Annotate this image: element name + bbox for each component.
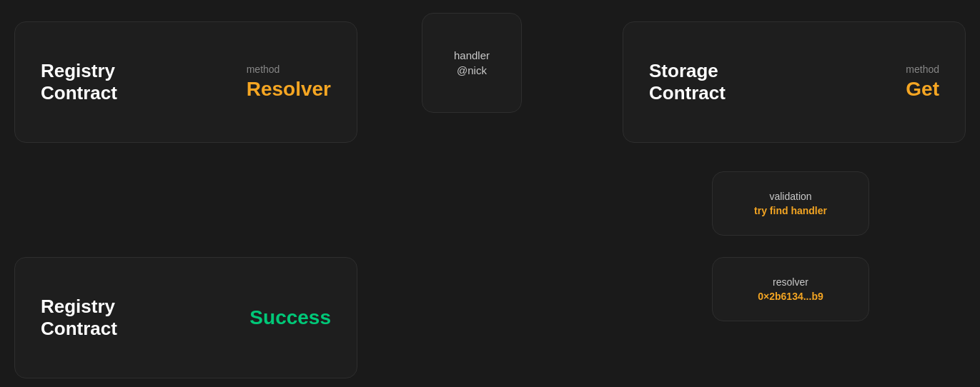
- registry-contract-top-title: Registry Contract: [41, 60, 247, 104]
- handler-card: handler @nick: [422, 13, 522, 113]
- registry-contract-bottom-right: Success: [249, 306, 331, 329]
- registry-contract-top-label: method: [247, 64, 280, 75]
- resolver-label: resolver: [773, 276, 808, 288]
- registry-contract-top-card: Registry Contract method Resolver: [14, 21, 357, 143]
- storage-contract-title: Storage Contract: [649, 60, 906, 104]
- registry-contract-top-right: method Resolver: [247, 64, 331, 101]
- storage-contract-value: Get: [906, 78, 939, 101]
- storage-contract-right: method Get: [906, 64, 939, 101]
- validation-card: validation try find handler: [712, 171, 869, 236]
- registry-contract-top-value: Resolver: [247, 78, 331, 101]
- resolver-value: 0×2b6134...b9: [758, 291, 823, 302]
- validation-value: try find handler: [754, 205, 827, 216]
- registry-contract-bottom-card: Registry Contract Success: [14, 257, 357, 378]
- handler-label: handler: [454, 49, 490, 61]
- storage-contract-card: Storage Contract method Get: [623, 21, 966, 143]
- storage-contract-label: method: [906, 64, 939, 75]
- registry-contract-bottom-title: Registry Contract: [41, 296, 249, 340]
- handler-value: @nick: [457, 64, 487, 76]
- validation-label: validation: [769, 191, 811, 202]
- registry-contract-bottom-value: Success: [249, 306, 331, 329]
- resolver-card: resolver 0×2b6134...b9: [712, 257, 869, 321]
